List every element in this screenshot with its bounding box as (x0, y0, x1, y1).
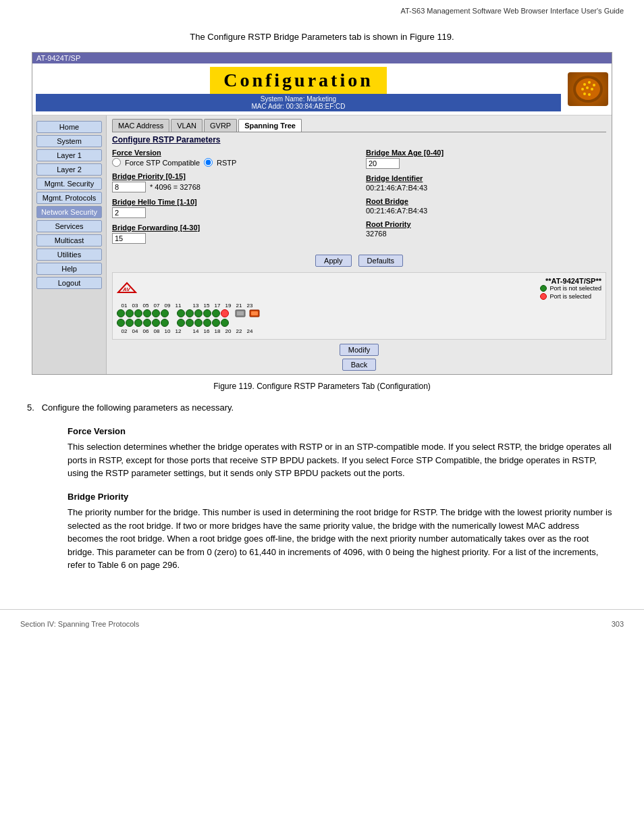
port-numbers-bottom-row: 02 04 06 08 10 12 14 16 18 20 22 (119, 328, 601, 334)
root-bridge-label: Root Bridge (366, 197, 606, 205)
sidebar-item-mgmt-security[interactable]: Mgmt. Security (36, 178, 102, 190)
brand-logo: AV (117, 282, 137, 296)
ui-frame: AT-9424T/SP Configuration System Name: M… (32, 52, 612, 375)
back-button[interactable]: Back (342, 359, 376, 371)
bridge-hello-label: Bridge Hello Time [1-10] (112, 198, 352, 206)
tab-vlan[interactable]: VLAN (171, 119, 203, 132)
port-13[interactable] (177, 309, 185, 317)
bridge-priority-input[interactable]: 8 (112, 182, 146, 192)
radio-rstp[interactable] (204, 158, 213, 167)
port-19[interactable] (203, 309, 211, 317)
radio-rstp-label: RSTP (217, 159, 236, 167)
legend-selected-label: Port is selected (549, 293, 591, 300)
modify-button[interactable]: Modify (340, 344, 379, 356)
port-8[interactable] (143, 319, 151, 327)
port-row-top (117, 309, 601, 317)
svg-point-6 (586, 86, 589, 89)
body-section-force-version: Force Version This selection determines … (68, 425, 617, 480)
port-4[interactable] (126, 319, 134, 327)
defaults-button[interactable]: Defaults (358, 255, 403, 267)
port-10[interactable] (152, 319, 160, 327)
sidebar-item-layer2[interactable]: Layer 2 (36, 163, 102, 176)
system-name: System Name: Marketing (261, 95, 336, 103)
port-11[interactable] (161, 309, 169, 317)
system-info: System Name: Marketing MAC Addr: 00:30:8… (36, 94, 561, 111)
port-20[interactable] (203, 319, 211, 327)
bridge-forwarding-input[interactable] (112, 233, 146, 244)
main-area: Home System Layer 1 Layer 2 Mgmt. Securi… (32, 115, 612, 374)
bridge-priority-group: Bridge Priority [0-15] 8 * 4096 = 32768 (112, 172, 352, 192)
tab-mac-address[interactable]: MAC Address (112, 119, 169, 132)
svg-point-2 (583, 83, 586, 86)
svg-point-7 (591, 88, 593, 90)
svg-point-9 (588, 93, 591, 96)
title-bar: AT-9424T/SP (32, 53, 612, 63)
sidebar-item-layer1[interactable]: Layer 1 (36, 149, 102, 161)
port-3[interactable] (126, 309, 134, 317)
figure-caption: Figure 119. Configure RSTP Parameters Ta… (27, 382, 617, 391)
port-12[interactable] (161, 319, 169, 327)
bottom-row: Modify Back (112, 344, 606, 371)
port-23[interactable] (221, 309, 229, 317)
sfp-icon-23 (234, 309, 247, 317)
bridge-identifier-label: Bridge Identifier (366, 174, 606, 182)
tab-gvrp[interactable]: GVRP (204, 119, 237, 132)
sidebar-item-multicast[interactable]: Multicast (36, 234, 102, 246)
port-16[interactable] (186, 319, 194, 327)
svg-rect-13 (237, 311, 244, 315)
model-name: **AT-9424T/SP** (545, 277, 601, 285)
bridge-hello-input[interactable] (112, 207, 146, 218)
intro-text: The Configure RSTP Bridge Parameters tab… (27, 32, 617, 42)
action-row: Apply Defaults (112, 255, 606, 267)
port-22[interactable] (212, 319, 220, 327)
bridge-identifier-value: 00:21:46:A7:B4:43 (366, 184, 606, 192)
sidebar-item-mgmt-protocols[interactable]: Mgmt. Protocols (36, 192, 102, 204)
config-title: Configuration (210, 67, 387, 94)
sidebar-item-logout[interactable]: Logout (36, 277, 102, 289)
tab-spanning-tree[interactable]: Spanning Tree (238, 119, 302, 132)
force-version-label: Force Version (112, 149, 352, 157)
page-header: AT-S63 Management Software Web Browser I… (0, 0, 644, 18)
root-bridge-group: Root Bridge 00:21:46:A7:B4:43 (366, 197, 606, 215)
port-18[interactable] (194, 319, 203, 327)
port-diagram-header: AV **AT-9424T/SP** Port is not selected (117, 277, 601, 300)
root-bridge-value: 00:21:46:A7:B4:43 (366, 207, 606, 215)
legend-not-selected: Port is not selected (540, 285, 601, 292)
footer-left: Section IV: Spanning Tree Protocols (20, 620, 139, 628)
sidebar-item-network-security[interactable]: Network Security (36, 206, 102, 218)
port-17[interactable] (194, 309, 203, 317)
svg-rect-15 (251, 311, 258, 315)
port-1[interactable] (117, 309, 125, 317)
apply-button[interactable]: Apply (315, 255, 352, 267)
sidebar-item-home[interactable]: Home (36, 121, 102, 133)
bridge-max-age-label: Bridge Max Age [0-40] (366, 149, 606, 157)
port-2[interactable] (117, 319, 125, 327)
bridge-hello-group: Bridge Hello Time [1-10] (112, 198, 352, 218)
page-footer: Section IV: Spanning Tree Protocols 303 (0, 609, 644, 638)
force-version-body: This selection determines whether the br… (68, 440, 617, 480)
body-section-step5: 5. Configure the following parameters as… (27, 401, 617, 415)
sidebar-item-utilities[interactable]: Utilities (36, 249, 102, 261)
port-14[interactable] (177, 319, 185, 327)
sidebar-item-system[interactable]: System (36, 135, 102, 147)
sidebar-item-services[interactable]: Services (36, 220, 102, 232)
sidebar-item-help[interactable]: Help (36, 263, 102, 275)
port-21[interactable] (212, 309, 220, 317)
sfp-icon-24 (248, 309, 261, 317)
port-7[interactable] (143, 309, 151, 317)
port-9[interactable] (152, 309, 160, 317)
sidebar: Home System Layer 1 Layer 2 Mgmt. Securi… (32, 115, 107, 374)
port-5[interactable] (134, 309, 142, 317)
bridge-forwarding-group: Bridge Forwarding [4-30] (112, 224, 352, 244)
params-left: Force Version Force STP Compatible RSTP … (112, 149, 352, 249)
bridge-max-age-group: Bridge Max Age [0-40] (366, 149, 606, 169)
port-24-bottom[interactable] (221, 319, 229, 327)
radio-force-stp[interactable] (112, 158, 121, 167)
bridge-max-age-input[interactable] (366, 158, 400, 169)
logo-area (568, 72, 608, 106)
root-priority-value: 32768 (366, 230, 606, 238)
port-6[interactable] (134, 319, 142, 327)
port-15[interactable] (186, 309, 194, 317)
bridge-priority-body: The priority number for the bridge. This… (68, 506, 617, 572)
config-header: Configuration System Name: Marketing MAC… (32, 63, 612, 115)
